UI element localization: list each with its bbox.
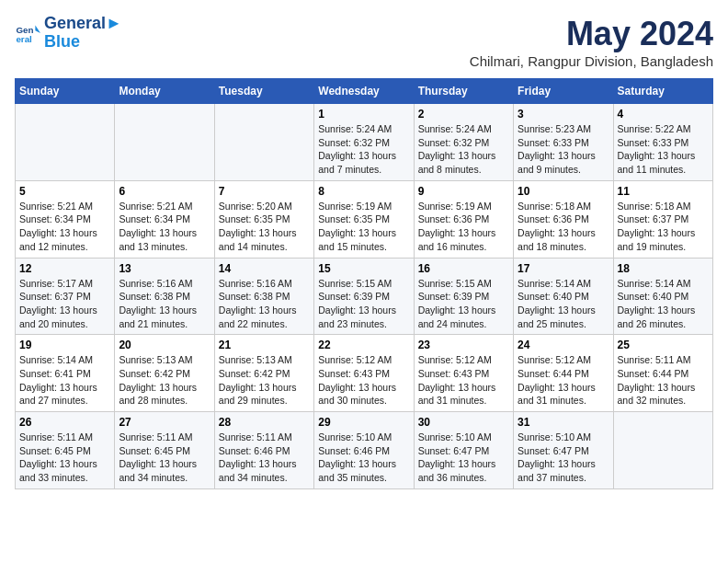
- day-info: Sunrise: 5:20 AMSunset: 6:35 PMDaylight:…: [219, 200, 310, 254]
- day-info: Sunrise: 5:23 AMSunset: 6:33 PMDaylight:…: [518, 122, 609, 177]
- calendar-cell: 16Sunrise: 5:15 AMSunset: 6:39 PMDayligh…: [414, 258, 513, 335]
- day-number: 21: [219, 339, 310, 351]
- day-info: Sunrise: 5:19 AMSunset: 6:35 PMDaylight:…: [318, 200, 409, 254]
- calendar-cell: 19Sunrise: 5:14 AMSunset: 6:41 PMDayligh…: [16, 335, 115, 412]
- day-number: 5: [19, 185, 110, 198]
- calendar-cell: 21Sunrise: 5:13 AMSunset: 6:42 PMDayligh…: [214, 335, 313, 412]
- day-number: 3: [518, 108, 609, 121]
- calendar-cell: 29Sunrise: 5:10 AMSunset: 6:46 PMDayligh…: [314, 412, 414, 489]
- day-number: 18: [618, 262, 709, 275]
- day-number: 4: [618, 108, 709, 121]
- day-number: 19: [19, 339, 110, 351]
- day-info: Sunrise: 5:19 AMSunset: 6:36 PMDaylight:…: [418, 200, 509, 254]
- calendar-cell: 2Sunrise: 5:24 AMSunset: 6:32 PMDaylight…: [414, 104, 513, 181]
- day-info: Sunrise: 5:21 AMSunset: 6:34 PMDaylight:…: [19, 200, 110, 254]
- day-info: Sunrise: 5:15 AMSunset: 6:39 PMDaylight:…: [318, 277, 409, 331]
- calendar-cell: 28Sunrise: 5:11 AMSunset: 6:46 PMDayligh…: [214, 412, 313, 489]
- day-info: Sunrise: 5:16 AMSunset: 6:38 PMDaylight:…: [119, 277, 210, 331]
- logo-text-line2: Blue: [44, 33, 122, 52]
- day-info: Sunrise: 5:13 AMSunset: 6:42 PMDaylight:…: [219, 353, 310, 408]
- calendar-cell: 5Sunrise: 5:21 AMSunset: 6:34 PMDaylight…: [16, 180, 115, 258]
- day-number: 1: [318, 108, 409, 121]
- calendar-week-row: 1Sunrise: 5:24 AMSunset: 6:32 PMDaylight…: [16, 104, 713, 181]
- calendar-cell: 23Sunrise: 5:12 AMSunset: 6:43 PMDayligh…: [414, 335, 513, 412]
- calendar-week-row: 12Sunrise: 5:17 AMSunset: 6:37 PMDayligh…: [16, 258, 713, 335]
- day-info: Sunrise: 5:22 AMSunset: 6:33 PMDaylight:…: [618, 122, 709, 177]
- calendar-cell: [115, 104, 214, 181]
- header-day: Tuesday: [214, 79, 313, 104]
- day-info: Sunrise: 5:12 AMSunset: 6:44 PMDaylight:…: [518, 353, 609, 408]
- day-info: Sunrise: 5:14 AMSunset: 6:40 PMDaylight:…: [518, 277, 609, 331]
- day-number: 25: [618, 339, 709, 351]
- calendar-body: 1Sunrise: 5:24 AMSunset: 6:32 PMDaylight…: [16, 104, 713, 489]
- day-number: 2: [418, 108, 509, 121]
- day-info: Sunrise: 5:12 AMSunset: 6:43 PMDaylight:…: [418, 353, 509, 408]
- calendar-header: SundayMondayTuesdayWednesdayThursdayFrid…: [16, 79, 713, 104]
- calendar-cell: 3Sunrise: 5:23 AMSunset: 6:33 PMDaylight…: [514, 104, 613, 181]
- day-info: Sunrise: 5:24 AMSunset: 6:32 PMDaylight:…: [318, 122, 409, 177]
- day-number: 8: [318, 185, 409, 198]
- header-day: Thursday: [414, 79, 513, 104]
- day-number: 12: [19, 262, 110, 275]
- calendar-cell: 1Sunrise: 5:24 AMSunset: 6:32 PMDaylight…: [314, 104, 414, 181]
- day-info: Sunrise: 5:16 AMSunset: 6:38 PMDaylight:…: [219, 277, 310, 331]
- calendar-table: SundayMondayTuesdayWednesdayThursdayFrid…: [15, 78, 713, 489]
- day-info: Sunrise: 5:10 AMSunset: 6:47 PMDaylight:…: [518, 431, 609, 485]
- header-day: Saturday: [613, 79, 712, 104]
- day-number: 6: [119, 185, 210, 198]
- calendar-cell: 22Sunrise: 5:12 AMSunset: 6:43 PMDayligh…: [314, 335, 414, 412]
- calendar-cell: 26Sunrise: 5:11 AMSunset: 6:45 PMDayligh…: [16, 412, 115, 489]
- day-number: 28: [219, 416, 310, 429]
- header-day: Monday: [115, 79, 214, 104]
- calendar-cell: [613, 412, 712, 489]
- calendar-cell: 9Sunrise: 5:19 AMSunset: 6:36 PMDaylight…: [414, 180, 513, 258]
- day-number: 20: [119, 339, 210, 351]
- day-number: 15: [318, 262, 409, 275]
- calendar-cell: [16, 104, 115, 181]
- day-info: Sunrise: 5:10 AMSunset: 6:46 PMDaylight:…: [318, 431, 409, 485]
- calendar-cell: 27Sunrise: 5:11 AMSunset: 6:45 PMDayligh…: [115, 412, 214, 489]
- day-number: 16: [418, 262, 509, 275]
- calendar-cell: 17Sunrise: 5:14 AMSunset: 6:40 PMDayligh…: [514, 258, 613, 335]
- day-info: Sunrise: 5:11 AMSunset: 6:45 PMDaylight:…: [19, 431, 110, 485]
- calendar-week-row: 19Sunrise: 5:14 AMSunset: 6:41 PMDayligh…: [16, 335, 713, 412]
- calendar-cell: 20Sunrise: 5:13 AMSunset: 6:42 PMDayligh…: [115, 335, 214, 412]
- calendar-cell: 6Sunrise: 5:21 AMSunset: 6:34 PMDaylight…: [115, 180, 214, 258]
- day-info: Sunrise: 5:14 AMSunset: 6:40 PMDaylight:…: [618, 277, 709, 331]
- calendar-cell: 25Sunrise: 5:11 AMSunset: 6:44 PMDayligh…: [613, 335, 712, 412]
- day-info: Sunrise: 5:11 AMSunset: 6:45 PMDaylight:…: [119, 431, 210, 485]
- calendar-cell: 10Sunrise: 5:18 AMSunset: 6:36 PMDayligh…: [514, 180, 613, 258]
- day-number: 29: [318, 416, 409, 429]
- calendar-cell: 31Sunrise: 5:10 AMSunset: 6:47 PMDayligh…: [514, 412, 613, 489]
- calendar-cell: 15Sunrise: 5:15 AMSunset: 6:39 PMDayligh…: [314, 258, 414, 335]
- day-number: 23: [418, 339, 509, 351]
- day-number: 27: [119, 416, 210, 429]
- svg-text:eral: eral: [16, 34, 32, 44]
- day-info: Sunrise: 5:15 AMSunset: 6:39 PMDaylight:…: [418, 277, 509, 331]
- day-number: 13: [119, 262, 210, 275]
- calendar-cell: 12Sunrise: 5:17 AMSunset: 6:37 PMDayligh…: [16, 258, 115, 335]
- day-info: Sunrise: 5:24 AMSunset: 6:32 PMDaylight:…: [418, 122, 509, 177]
- header-day: Wednesday: [314, 79, 414, 104]
- day-info: Sunrise: 5:11 AMSunset: 6:44 PMDaylight:…: [618, 353, 709, 408]
- day-number: 10: [518, 185, 609, 198]
- day-number: 17: [518, 262, 609, 275]
- logo-text-line1: General►: [44, 15, 122, 33]
- title-block: May 2024 Chilmari, Rangpur Division, Ban…: [470, 15, 713, 69]
- logo: Gen eral General► Blue: [15, 15, 122, 52]
- day-info: Sunrise: 5:12 AMSunset: 6:43 PMDaylight:…: [318, 353, 409, 408]
- subtitle: Chilmari, Rangpur Division, Bangladesh: [470, 53, 713, 69]
- svg-marker-2: [35, 25, 40, 32]
- calendar-cell: 4Sunrise: 5:22 AMSunset: 6:33 PMDaylight…: [613, 104, 712, 181]
- day-info: Sunrise: 5:14 AMSunset: 6:41 PMDaylight:…: [19, 353, 110, 408]
- header-day: Sunday: [16, 79, 115, 104]
- header-day: Friday: [514, 79, 613, 104]
- day-number: 11: [618, 185, 709, 198]
- calendar-cell: 30Sunrise: 5:10 AMSunset: 6:47 PMDayligh…: [414, 412, 513, 489]
- day-info: Sunrise: 5:18 AMSunset: 6:36 PMDaylight:…: [518, 200, 609, 254]
- day-number: 31: [518, 416, 609, 429]
- calendar-cell: 18Sunrise: 5:14 AMSunset: 6:40 PMDayligh…: [613, 258, 712, 335]
- calendar-cell: 7Sunrise: 5:20 AMSunset: 6:35 PMDaylight…: [214, 180, 313, 258]
- day-info: Sunrise: 5:17 AMSunset: 6:37 PMDaylight:…: [19, 277, 110, 331]
- day-number: 14: [219, 262, 310, 275]
